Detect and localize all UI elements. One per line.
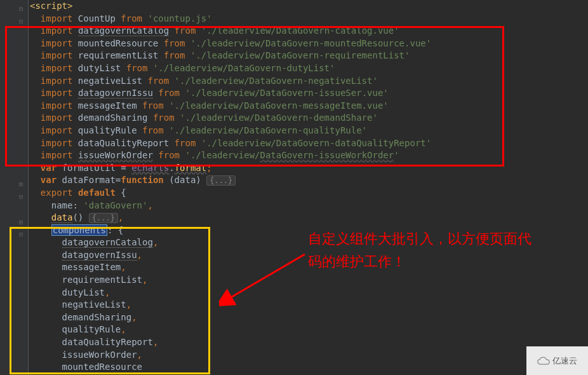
code-token: 'dataGovern': [83, 200, 147, 210]
code-token: export: [41, 188, 78, 198]
code-token: messageItem: [72, 100, 142, 111]
code-token: .: [169, 163, 174, 173]
code-token: from: [175, 25, 196, 36]
code-token: CountUp: [72, 13, 121, 24]
watermark-text: 亿速云: [552, 355, 577, 367]
code-line[interactable]: demandSharing,: [29, 311, 588, 324]
code-token: ;: [206, 163, 211, 173]
code-line[interactable]: import requirementList from './leadervie…: [29, 50, 588, 62]
code-token: './leaderview/DataGovern-requirementList…: [190, 50, 410, 60]
code-token: name: [51, 200, 73, 210]
code-token: ,: [126, 299, 131, 310]
code-token: [196, 138, 201, 148]
code-token: {: [116, 188, 126, 198]
code-line[interactable]: export default {: [29, 187, 588, 200]
code-line[interactable]: var formatUtil = echarts.format;: [29, 162, 588, 175]
code-token: from: [158, 150, 180, 160]
code-line[interactable]: negativeList,: [29, 299, 588, 311]
code-token: qualityRule: [72, 125, 142, 135]
code-line[interactable]: requirementList,: [29, 274, 588, 287]
annotation-text: 自定义组件大批引入，以方便页面代 码的维护工作！: [308, 228, 531, 273]
code-line[interactable]: issueWorkOrder,: [29, 349, 588, 362]
code-line[interactable]: import qualityRule from './leaderview/Da…: [29, 125, 588, 137]
code-line[interactable]: import datagovernIssu from './leaderview…: [29, 87, 588, 100]
code-line[interactable]: import dutyList from './leaderview/DataG…: [29, 62, 588, 75]
code-token: echarts: [131, 163, 169, 173]
code-line[interactable]: data() {...},: [29, 212, 588, 224]
code-line[interactable]: import messageItem from './leaderview/Da…: [29, 100, 588, 112]
code-token: demandSharing: [72, 112, 152, 123]
code-token: :: [72, 200, 83, 210]
code-token: import: [41, 88, 73, 98]
fold-mark-icon[interactable]: ⊟: [19, 3, 23, 15]
code-token: './leaderview/DataGovern-catalog.vue': [201, 25, 399, 36]
code-line[interactable]: <script>: [29, 0, 588, 13]
code-token: default: [78, 188, 116, 198]
code-line[interactable]: import negativeList from './leaderview/D…: [29, 75, 588, 88]
code-token: from: [158, 88, 180, 98]
code-token: './leaderview/DataGovern-demandShare': [180, 112, 378, 123]
code-token: [164, 100, 169, 111]
code-token: dutyList: [62, 287, 105, 297]
code-token: from: [164, 38, 185, 48]
code-token: ,: [118, 212, 123, 222]
fold-mark-icon[interactable]: ⊞: [19, 216, 23, 229]
code-token: demandSharing: [62, 312, 132, 322]
code-line[interactable]: import issueWorkOrder from './leaderview…: [29, 149, 588, 162]
code-line[interactable]: import datagovernCatalog from './leaderv…: [29, 25, 588, 38]
code-token: {...}: [206, 175, 236, 186]
code-token: [72, 88, 77, 98]
code-token: ,: [131, 312, 137, 322]
code-token: ': [394, 150, 399, 160]
code-token: datagovernCatalog: [62, 237, 153, 248]
code-token: (): [72, 212, 88, 222]
code-token: './leaderview/DataGovern-qualityRule': [169, 125, 367, 135]
code-token: ,: [153, 337, 158, 347]
code-token: import: [41, 100, 73, 111]
code-token: from: [142, 125, 164, 135]
code-token: issueWorkOrder: [78, 150, 153, 160]
code-token: datagovernIssu: [78, 88, 153, 99]
fold-mark-icon[interactable]: ⊟: [19, 15, 23, 28]
fold-mark-icon[interactable]: ⊞: [19, 178, 23, 191]
code-line[interactable]: import CountUp from 'countup.js': [29, 13, 588, 25]
code-token: : {: [107, 225, 123, 235]
code-token: ,: [121, 262, 126, 272]
code-area[interactable]: <script> import CountUp from 'countup.js…: [29, 0, 588, 375]
code-token: function: [121, 175, 163, 185]
fold-mark-icon[interactable]: ⊟: [19, 228, 23, 241]
code-token: components: [51, 224, 107, 236]
code-token: [196, 25, 201, 36]
code-token: requirementList: [72, 50, 163, 60]
code-line[interactable]: mountedResource: [29, 361, 588, 374]
code-line[interactable]: import mountedResource from './leadervie…: [29, 38, 588, 50]
code-token: import: [41, 76, 73, 86]
code-line[interactable]: dutyList,: [29, 287, 588, 299]
code-token: datagovernIssu: [62, 250, 137, 261]
code-token: dutyList: [72, 63, 126, 73]
code-line[interactable]: import demandSharing from './leaderview/…: [29, 112, 588, 125]
code-line[interactable]: var dataFormat=function (data) {...}: [29, 174, 588, 187]
code-token: formatUtil =: [57, 163, 131, 173]
annotation-line-1: 自定义组件大批引入，以方便页面代: [308, 228, 531, 250]
code-token: './leaderview/DataGovern-dataQualityRepo…: [201, 138, 431, 148]
code-token: negativeList: [62, 299, 126, 310]
code-token: import: [41, 125, 73, 135]
annotation-line-2: 码的维护工作！: [308, 250, 531, 273]
code-line[interactable]: import dataQualityReport from './leaderv…: [29, 137, 588, 150]
code-token: import: [41, 38, 73, 48]
code-token: [147, 63, 152, 73]
code-editor[interactable]: ⊟ ⊟ ⊞ ⊟ ⊞ ⊟ <script> import CountUp from…: [0, 0, 588, 375]
code-token: from: [164, 50, 185, 60]
code-token: import: [41, 13, 73, 24]
code-token: from: [147, 76, 169, 86]
fold-mark-icon[interactable]: ⊟: [19, 191, 23, 203]
code-token: ,: [147, 200, 152, 210]
code-line[interactable]: name: 'dataGovern',: [29, 200, 588, 212]
code-token: [175, 112, 180, 123]
code-token: './leaderview/DataGovern-negativeList': [175, 76, 378, 86]
code-line[interactable]: qualityRule,: [29, 324, 588, 336]
code-token: import: [41, 50, 73, 60]
code-token: format: [175, 163, 207, 173]
code-line[interactable]: dataQualityReport,: [29, 336, 588, 349]
